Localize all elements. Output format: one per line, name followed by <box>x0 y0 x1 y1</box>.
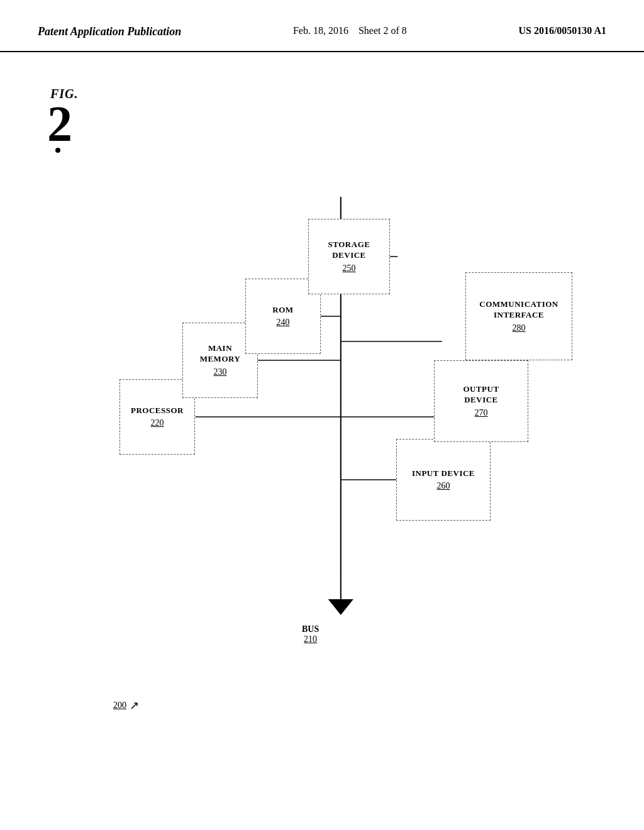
figure-ref-arrow: ↗ <box>130 699 139 712</box>
communication-interface-label: COMMUNICATIONINTERFACE <box>479 299 558 321</box>
publication-title: Patent Application Publication <box>38 25 181 38</box>
bus-label: BUS 210 <box>302 624 319 645</box>
storage-device-label: STORAGEDEVICE <box>328 240 370 261</box>
output-device-box: OUTPUTDEVICE 270 <box>434 360 528 442</box>
figure-ref-label: 200 ↗ <box>113 699 139 712</box>
publication-number: US 2016/0050130 A1 <box>518 25 606 36</box>
input-device-label: INPUT DEVICE <box>412 468 475 479</box>
output-device-num: 270 <box>475 408 488 418</box>
storage-device-box: STORAGEDEVICE 250 <box>308 219 390 294</box>
fig-number: 2 <box>47 101 79 147</box>
processor-num: 220 <box>151 418 164 428</box>
sheet-info: Sheet 2 of 8 <box>358 25 407 36</box>
main-content: FIG. 2 <box>0 52 644 819</box>
storage-device-num: 250 <box>343 263 356 274</box>
figure-label: FIG. 2 <box>50 87 79 153</box>
publication-date: Feb. 18, 2016 <box>293 25 348 36</box>
communication-interface-num: 280 <box>513 323 526 333</box>
block-diagram: PROCESSOR 220 MAINMEMORY 230 ROM 240 STO… <box>113 147 606 744</box>
processor-label: PROCESSOR <box>131 406 184 416</box>
page-header: Patent Application Publication Feb. 18, … <box>0 0 644 52</box>
publication-date-sheet: Feb. 18, 2016 Sheet 2 of 8 <box>293 25 407 36</box>
input-device-box: INPUT DEVICE 260 <box>396 439 491 521</box>
rom-num: 240 <box>277 318 290 328</box>
main-memory-label: MAINMEMORY <box>200 343 241 365</box>
svg-marker-10 <box>328 599 353 615</box>
rom-label: ROM <box>272 305 293 316</box>
communication-interface-box: COMMUNICATIONINTERFACE 280 <box>465 272 572 360</box>
main-memory-num: 230 <box>214 367 227 377</box>
bus-num: 210 <box>302 634 319 645</box>
output-device-label: OUTPUTDEVICE <box>463 384 499 406</box>
fig-dot-decoration <box>55 148 60 153</box>
bus-text: BUS <box>302 624 319 634</box>
figure-ref-num: 200 <box>113 700 126 711</box>
input-device-num: 260 <box>437 481 450 491</box>
